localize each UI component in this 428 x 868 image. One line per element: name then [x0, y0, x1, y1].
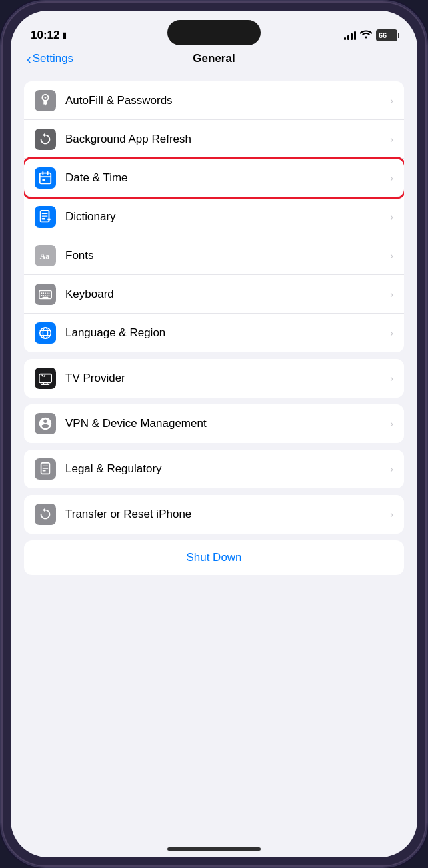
dynamic-island — [167, 20, 261, 45]
tv-provider-chevron: › — [390, 373, 393, 384]
signal-icon — [344, 31, 356, 40]
shutdown-label: Shut Down — [186, 551, 241, 564]
svg-text:Aa: Aa — [40, 251, 50, 260]
battery-icon: 66 — [376, 29, 397, 41]
autofill-icon — [35, 90, 56, 111]
background-refresh-label: Background App Refresh — [65, 133, 390, 146]
vpn-label: VPN & Device Management — [65, 417, 390, 430]
autofill-chevron: › — [390, 95, 393, 106]
vpn-icon — [35, 413, 56, 434]
screen-record-icon: ▮ — [62, 31, 67, 40]
settings-group-main: AutoFill & Passwords › Background App Re… — [24, 81, 404, 352]
tv-provider-item[interactable]: TV Provider › — [24, 359, 404, 398]
fonts-label: Fonts — [65, 249, 390, 262]
phone-screen: 10:12 ▮ — [11, 11, 417, 857]
legal-item[interactable]: Legal & Regulatory › — [24, 450, 404, 488]
dictionary-label: Dictionary — [65, 210, 390, 224]
language-region-icon — [35, 322, 56, 344]
shutdown-button[interactable]: Shut Down — [24, 540, 404, 575]
dictionary-chevron: › — [390, 211, 393, 222]
date-time-item[interactable]: Date & Time › — [24, 159, 404, 197]
svg-point-0 — [45, 97, 47, 99]
background-refresh-chevron: › — [390, 134, 393, 145]
date-time-chevron: › — [390, 173, 393, 183]
svg-rect-5 — [42, 178, 45, 181]
home-indicator — [167, 847, 261, 851]
fonts-item[interactable]: Aa Fonts › — [24, 236, 404, 275]
legal-icon — [35, 458, 56, 480]
language-region-chevron: › — [390, 328, 393, 338]
fonts-icon: Aa — [35, 245, 56, 266]
fonts-chevron: › — [390, 250, 393, 261]
time-display: 10:12 — [31, 29, 59, 42]
language-region-item[interactable]: Language & Region › — [24, 314, 404, 352]
page-title: General — [193, 52, 235, 65]
transfer-reset-item[interactable]: Transfer or Reset iPhone › — [24, 495, 404, 534]
language-region-label: Language & Region — [65, 326, 390, 340]
background-refresh-icon — [35, 129, 56, 150]
svg-point-24 — [43, 328, 47, 339]
date-time-label: Date & Time — [65, 171, 390, 185]
volume-down-button[interactable] — [0, 248, 1, 302]
dictionary-item[interactable]: Dictionary › — [24, 197, 404, 236]
dictionary-icon — [35, 206, 56, 228]
back-label: Settings — [33, 52, 73, 65]
settings-group-vpn: VPN & Device Management › — [24, 404, 404, 443]
tv-provider-label: TV Provider — [65, 372, 390, 385]
settings-group-legal: Legal & Regulatory › — [24, 450, 404, 488]
svg-rect-1 — [40, 173, 51, 183]
settings-content: AutoFill & Passwords › Background App Re… — [11, 71, 417, 592]
legal-chevron: › — [390, 464, 393, 474]
volume-up-button[interactable] — [0, 181, 1, 235]
chevron-left-icon: ‹ — [27, 51, 31, 67]
autofill-item[interactable]: AutoFill & Passwords › — [24, 81, 404, 120]
keyboard-item[interactable]: Keyboard › — [24, 275, 404, 314]
settings-group-transfer: Transfer or Reset iPhone › — [24, 495, 404, 534]
mute-button[interactable] — [0, 135, 1, 168]
tv-provider-icon — [35, 368, 56, 389]
back-button[interactable]: ‹ Settings — [27, 51, 73, 67]
transfer-reset-chevron: › — [390, 509, 393, 520]
keyboard-chevron: › — [390, 289, 393, 300]
transfer-reset-label: Transfer or Reset iPhone — [65, 508, 390, 521]
status-icons: 66 — [344, 29, 397, 41]
wifi-icon — [360, 29, 372, 41]
vpn-chevron: › — [390, 418, 393, 429]
keyboard-label: Keyboard — [65, 288, 390, 301]
phone-frame: 10:12 ▮ — [0, 0, 428, 868]
legal-label: Legal & Regulatory — [65, 462, 390, 476]
vpn-item[interactable]: VPN & Device Management › — [24, 404, 404, 443]
status-time: 10:12 ▮ — [31, 29, 67, 42]
battery-level: 66 — [379, 31, 387, 39]
nav-bar: ‹ Settings General — [11, 49, 417, 71]
transfer-reset-icon — [35, 504, 56, 525]
autofill-label: AutoFill & Passwords — [65, 94, 390, 107]
svg-point-23 — [40, 328, 51, 339]
keyboard-icon — [35, 284, 56, 305]
background-refresh-item[interactable]: Background App Refresh › — [24, 120, 404, 159]
settings-group-tv: TV Provider › — [24, 359, 404, 398]
date-time-icon — [35, 167, 56, 189]
